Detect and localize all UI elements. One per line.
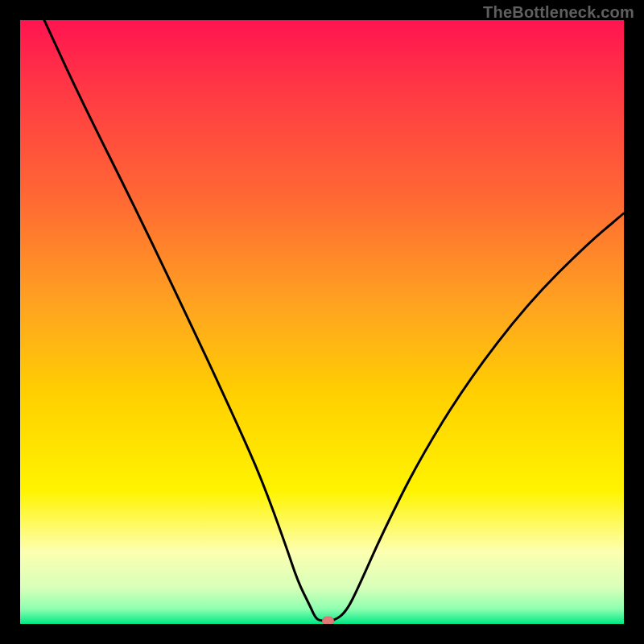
gradient-background: [20, 20, 624, 624]
outer-frame: TheBottleneck.com: [0, 0, 644, 644]
watermark-text: TheBottleneck.com: [483, 3, 634, 22]
optimal-point-marker: [323, 617, 334, 624]
bottleneck-chart: [20, 20, 624, 624]
